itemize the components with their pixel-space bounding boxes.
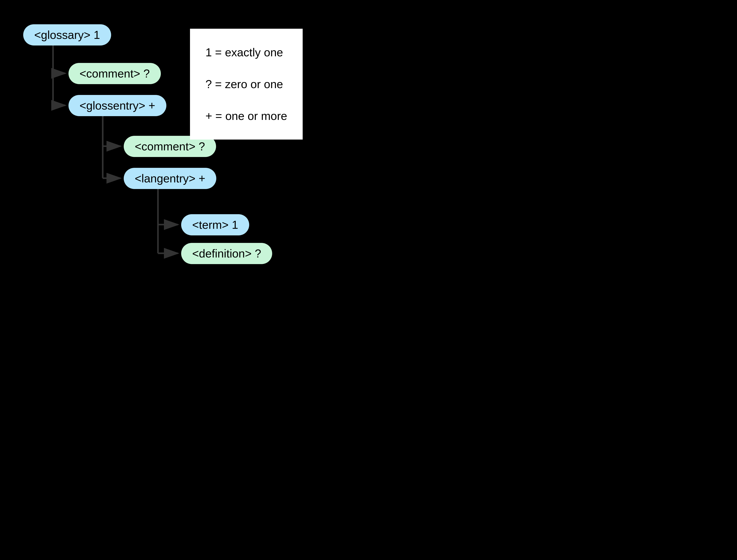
term-label: <term> 1 bbox=[192, 218, 238, 231]
glossary-node: <glossary> 1 bbox=[23, 24, 111, 45]
legend-box: 1 = exactly one ? = zero or one + = one … bbox=[190, 29, 303, 140]
glossentry-node: <glossentry> + bbox=[68, 95, 166, 116]
comment1-label: <comment> ? bbox=[79, 67, 150, 80]
comment2-label: <comment> ? bbox=[135, 140, 205, 153]
legend-line-1: 1 = exactly one bbox=[205, 41, 287, 64]
legend-line-3: + = one or more bbox=[205, 104, 287, 127]
definition-label: <definition> ? bbox=[192, 247, 261, 260]
legend-line-2: ? = zero or one bbox=[205, 73, 287, 96]
comment1-node: <comment> ? bbox=[68, 63, 161, 84]
langentry-label: <langentry> + bbox=[135, 172, 205, 185]
term-node: <term> 1 bbox=[181, 214, 249, 235]
diagram: <glossary> 1 <comment> ? <glossentry> + … bbox=[0, 0, 737, 560]
langentry-node: <langentry> + bbox=[124, 168, 216, 189]
definition-node: <definition> ? bbox=[181, 243, 272, 264]
glossentry-label: <glossentry> + bbox=[79, 99, 155, 112]
glossary-label: <glossary> 1 bbox=[34, 28, 100, 42]
